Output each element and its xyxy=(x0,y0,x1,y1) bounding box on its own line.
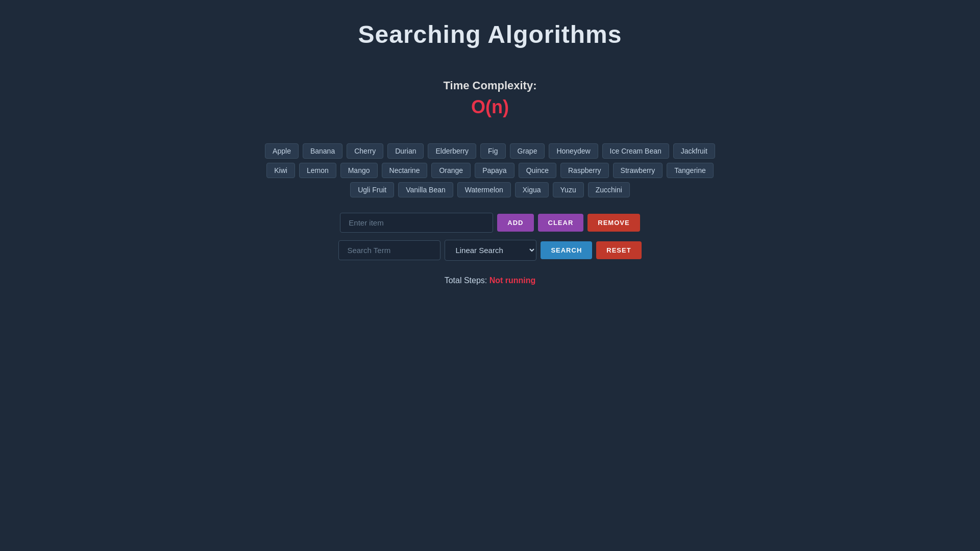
list-item: Cherry xyxy=(347,143,383,159)
list-item: Watermelon xyxy=(457,182,511,197)
controls-section: ADD CLEAR REMOVE Linear SearchBinary Sea… xyxy=(338,213,641,261)
list-item: Honeydew xyxy=(549,143,598,159)
list-item: Zucchini xyxy=(588,182,630,197)
list-item: Nectarine xyxy=(382,163,428,178)
status-value: Not running xyxy=(489,276,536,285)
add-input-row: ADD CLEAR REMOVE xyxy=(340,213,640,233)
reset-button[interactable]: RESET xyxy=(596,241,641,259)
total-steps-label: Total Steps: xyxy=(445,276,487,285)
list-item: Jackfruit xyxy=(673,143,715,159)
add-item-input[interactable] xyxy=(340,213,493,233)
list-item: Papaya xyxy=(475,163,514,178)
list-item: Strawberry xyxy=(613,163,663,178)
complexity-value: O(n) xyxy=(444,96,537,118)
search-input-row: Linear SearchBinary Search SEARCH RESET xyxy=(338,240,641,261)
list-item: Lemon xyxy=(299,163,336,178)
add-button[interactable]: ADD xyxy=(497,214,533,232)
list-item: Elderberry xyxy=(428,143,476,159)
page-title: Searching Algorithms xyxy=(358,20,622,48)
list-item: Vanilla Bean xyxy=(398,182,453,197)
list-item: Orange xyxy=(431,163,471,178)
clear-button[interactable]: CLEAR xyxy=(538,214,584,232)
list-item: Tangerine xyxy=(667,163,714,178)
remove-button[interactable]: REMOVE xyxy=(587,214,640,232)
search-term-input[interactable] xyxy=(338,240,440,260)
list-item: Raspberry xyxy=(560,163,609,178)
list-item: Quince xyxy=(519,163,556,178)
list-item: Banana xyxy=(303,143,342,159)
total-steps-display: Total Steps: Not running xyxy=(445,276,536,285)
items-container: AppleBananaCherryDurianElderberryFigGrap… xyxy=(260,143,720,197)
search-algorithm-select[interactable]: Linear SearchBinary Search xyxy=(445,240,536,261)
search-button[interactable]: SEARCH xyxy=(541,241,592,259)
list-item: Mango xyxy=(340,163,378,178)
complexity-section: Time Complexity: O(n) xyxy=(444,79,537,118)
list-item: Ice Cream Bean xyxy=(602,143,669,159)
list-item: Ugli Fruit xyxy=(350,182,394,197)
list-item: Yuzu xyxy=(553,182,584,197)
list-item: Xigua xyxy=(515,182,549,197)
list-item: Grape xyxy=(510,143,545,159)
complexity-label: Time Complexity: xyxy=(444,79,537,92)
list-item: Apple xyxy=(265,143,299,159)
list-item: Durian xyxy=(387,143,424,159)
list-item: Fig xyxy=(480,143,505,159)
list-item: Kiwi xyxy=(266,163,295,178)
